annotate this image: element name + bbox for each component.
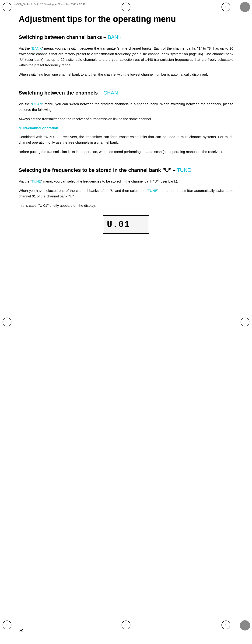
tune-highlight-2: TUNE <box>148 188 157 192</box>
tune-section: Selecting the frequencies to be stored i… <box>19 166 233 234</box>
chan-section: Switching between the channels – CHAN Vi… <box>19 89 233 154</box>
multi-channel-para-2: Before putting the transmission links in… <box>19 149 233 154</box>
header-text: ew500_SK.book Seite 52 Dienstag, 4. Nove… <box>14 3 85 6</box>
reg-mark-br2 <box>221 620 231 630</box>
tune-highlight-1: TUNE <box>32 179 41 183</box>
tune-para-1: Via the “TUNE” menu, you can select the … <box>19 178 233 184</box>
tune-para-2: When you have selected one of the channe… <box>19 188 233 199</box>
multi-channel-subsection: Multi-channel operation Combined with ew… <box>19 126 233 154</box>
display-box: U.01 <box>103 215 149 234</box>
svg-point-25 <box>240 620 250 630</box>
bank-para-2: When switching from one channel bank to … <box>19 72 233 77</box>
multi-channel-para-1: Combined with ew 500 G2 receivers, the t… <box>19 134 233 145</box>
chan-highlight-1: CHAN <box>32 102 42 106</box>
reg-mark-bl <box>2 620 12 630</box>
tune-para-3: In this case, ’’U.01’’ briefly appears o… <box>19 203 233 208</box>
bank-highlight-1: BANK <box>32 46 42 50</box>
reg-mark-br <box>239 620 251 631</box>
reg-mark-mr <box>240 317 250 327</box>
page-title: Adjustment tips for the operating menu <box>19 14 233 24</box>
reg-mark-bc <box>121 620 131 630</box>
chan-para-2: Always set the transmitter and the recei… <box>19 116 233 122</box>
page-number: 52 <box>19 628 23 632</box>
chan-heading: Switching between the channels – CHAN <box>19 89 233 96</box>
chan-para-1: Via the “CHAN” menu, you can switch betw… <box>19 101 233 112</box>
tune-heading: Selecting the frequencies to be stored i… <box>19 166 233 174</box>
bank-para-1: Via the “BANK” menu, you can switch betw… <box>19 46 233 68</box>
bank-heading: Switching between channel banks – BANK <box>19 33 233 41</box>
reg-mark-ml <box>2 317 12 327</box>
bank-section: Switching between channel banks – BANK V… <box>19 33 233 77</box>
main-content: Adjustment tips for the operating menu S… <box>19 14 233 616</box>
header-bar: ew500_SK.book Seite 52 Dienstag, 4. Nove… <box>0 0 252 8</box>
multi-channel-heading: Multi-channel operation <box>19 126 233 131</box>
display-text: U.01 <box>107 218 130 231</box>
